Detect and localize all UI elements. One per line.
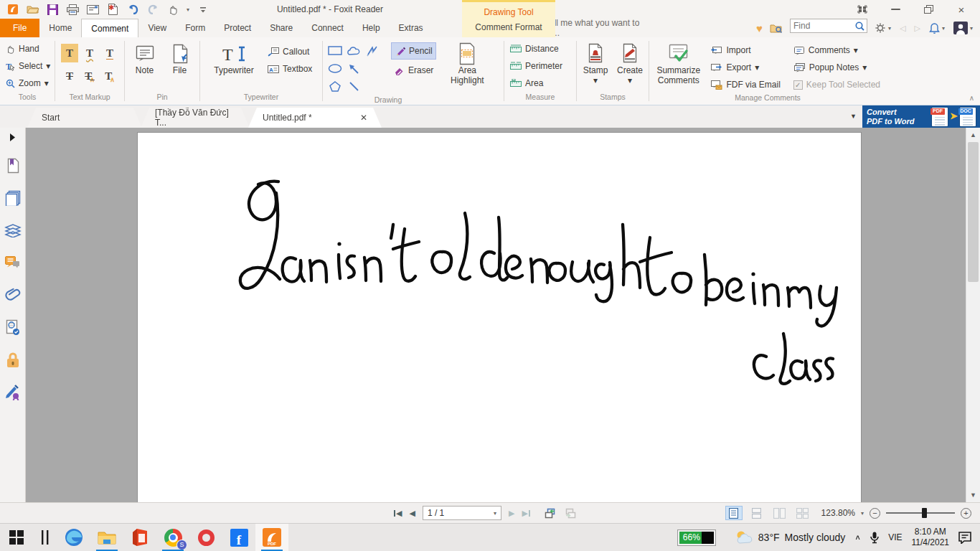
action-center-icon[interactable] [958,532,971,544]
popup-notes-dropdown[interactable]: ▾ [862,62,867,72]
callout-button[interactable]: Callout [265,43,315,60]
line-shape-icon[interactable] [349,81,359,92]
tab-document-2[interactable]: Untitled.pdf *✕ [248,108,382,128]
minimize-icon[interactable] [890,4,901,14]
taskbar-file-explorer[interactable] [90,524,123,551]
single-page-view-icon[interactable] [725,506,743,520]
scrollbar-thumb[interactable] [968,142,979,282]
close-tab-icon[interactable]: ✕ [347,113,367,123]
continuous-facing-view-icon[interactable] [794,506,811,520]
pdf-page[interactable]: Lan isn't old enough to be in my class [138,133,861,502]
open-icon[interactable] [26,3,39,17]
textbox-button[interactable]: ATextbox [265,60,315,77]
pencil-button[interactable]: Pencil [391,42,436,60]
email-icon[interactable] [86,3,100,17]
collapse-ribbon-icon[interactable]: ∧ [969,94,974,102]
redo-icon[interactable] [146,3,160,17]
tab-form[interactable]: Form [176,19,215,37]
hand-tool-icon[interactable] [166,3,180,17]
taskbar-opera[interactable] [189,524,222,551]
tab-extras[interactable]: Extras [390,19,433,37]
clock[interactable]: 8:10 AM11/4/2021 [912,527,950,548]
facing-view-icon[interactable] [771,506,788,520]
taskbar-edge[interactable] [57,524,90,551]
tab-view[interactable]: View [138,19,176,37]
microphone-tray-icon[interactable] [870,532,879,544]
polyline-shape-icon[interactable] [367,45,378,57]
taskbar-office[interactable] [123,524,156,551]
area-button[interactable]: Area [507,75,565,92]
import-comments-button[interactable]: Import [707,42,783,59]
history-back-icon[interactable]: ◁ [900,19,905,37]
taskbar-chrome[interactable]: S [156,524,189,551]
arrow-shape-icon[interactable] [348,63,359,75]
select-dropdown[interactable]: ▾ [46,61,50,71]
show-hidden-icons-button[interactable]: ∧ [854,533,861,541]
digital-signatures-icon[interactable] [4,319,22,336]
fullscreen-icon[interactable] [857,4,868,14]
foxit-logo-icon[interactable] [6,3,19,17]
zoom-out-button[interactable]: − [870,508,880,519]
zoom-in-button[interactable]: + [961,508,971,519]
convert-pdf-to-word-button[interactable]: ConvertPDF to Word PDF ➤ DOC [862,105,980,128]
underline-icon[interactable]: T [101,44,118,62]
zoom-slider[interactable] [886,512,955,514]
zoom-button[interactable]: Zoom▾ [3,75,53,92]
comments-dropdown[interactable]: ▾ [854,45,858,55]
settings-gear-icon[interactable]: ▾ [875,19,891,37]
cloud-shape-icon[interactable] [347,45,361,56]
export-comments-button[interactable]: Export▾ [707,59,783,76]
strikeout-icon[interactable]: T [61,67,78,85]
eraser-button[interactable]: Eraser [391,62,436,79]
save-icon[interactable] [46,3,60,17]
search-icon[interactable] [854,21,865,32]
hand-button[interactable]: Hand [3,40,53,57]
tab-connect[interactable]: Connect [302,19,353,37]
popup-notes-button[interactable]: Popup Notes▾ [791,59,883,76]
tab-document-1[interactable]: [Thầy Đỗ Văn Đức] T... [141,108,250,128]
zoom-level[interactable]: 123.80% [821,508,855,518]
tell-me-text[interactable]: Tell me what you want to do.. [545,18,650,38]
find-input[interactable] [791,21,854,31]
notifications-bell-icon[interactable]: ▾ [929,19,945,37]
create-stamp-dropdown[interactable]: ▾ [628,76,632,86]
distance-button[interactable]: Distance [507,40,565,57]
next-page-button[interactable]: ▶ [509,509,514,518]
comments-panel-button[interactable]: Comments▾ [791,42,883,59]
create-stamp-button[interactable]: Create▾ [614,40,646,86]
tab-protect[interactable]: Protect [215,19,260,37]
tab-share[interactable]: Share [260,19,302,37]
account-avatar[interactable]: ▾ [953,19,973,37]
zoom-dropdown-icon[interactable]: ▾ [861,510,864,517]
oval-shape-icon[interactable] [328,64,342,73]
zoom-slider-handle[interactable] [922,508,927,518]
insert-text-icon[interactable]: T∧ [101,67,118,85]
stamp-button[interactable]: Stamp▾ [580,40,611,86]
tab-comment-format[interactable]: Comment Format [475,22,542,32]
export-dropdown[interactable]: ▾ [755,62,759,72]
fdf-via-email-button[interactable]: FDF via Email [707,76,783,93]
summarize-comments-button[interactable]: Summarize Comments [656,40,700,86]
polygon-shape-icon[interactable] [329,81,341,92]
tab-list-dropdown[interactable]: ▼ [850,113,857,120]
search-folder-icon[interactable] [770,19,783,37]
rectangle-shape-icon[interactable] [328,46,342,55]
typewriter-button[interactable]: TTypewriter [209,40,259,76]
squiggly-underline-icon[interactable]: T [81,44,98,62]
create-pdf-icon[interactable]: ✱ [106,3,120,17]
start-button[interactable] [0,524,33,551]
stamp-dropdown[interactable]: ▾ [593,76,598,86]
continuous-view-icon[interactable] [748,506,765,520]
note-button[interactable]: Note [128,40,161,76]
perimeter-button[interactable]: Perimeter [507,57,565,75]
expand-panel-icon[interactable] [4,132,22,142]
replace-text-icon[interactable]: T∧ [81,67,98,85]
restore-icon[interactable] [923,4,934,14]
hand-tool-dropdown[interactable]: ▾ [187,6,189,13]
next-view-icon[interactable] [564,508,577,519]
bookmarks-icon[interactable] [4,157,22,174]
layers-icon[interactable] [4,222,22,239]
tab-file[interactable]: File [0,19,39,37]
task-view-button[interactable] [33,524,57,551]
undo-icon[interactable] [126,3,140,17]
